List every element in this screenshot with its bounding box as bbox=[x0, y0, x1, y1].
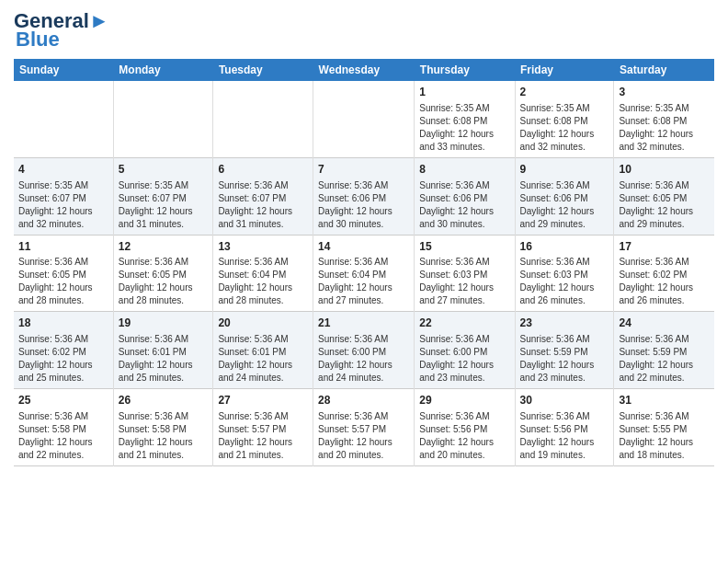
calendar-cell: 20Sunrise: 5:36 AM Sunset: 6:01 PM Dayli… bbox=[213, 312, 313, 389]
day-content: Sunrise: 5:36 AM Sunset: 5:56 PM Dayligh… bbox=[520, 410, 609, 462]
day-content: Sunrise: 5:36 AM Sunset: 5:59 PM Dayligh… bbox=[520, 333, 609, 385]
calendar-cell: 28Sunrise: 5:36 AM Sunset: 5:57 PM Dayli… bbox=[313, 389, 415, 466]
day-content: Sunrise: 5:35 AM Sunset: 6:08 PM Dayligh… bbox=[419, 102, 509, 154]
day-number: 29 bbox=[419, 393, 509, 408]
calendar-cell: 19Sunrise: 5:36 AM Sunset: 6:01 PM Dayli… bbox=[113, 312, 213, 389]
day-number: 12 bbox=[119, 239, 209, 255]
day-number: 16 bbox=[520, 239, 609, 255]
day-number: 1 bbox=[419, 85, 509, 100]
calendar-cell: 8Sunrise: 5:36 AM Sunset: 6:06 PM Daylig… bbox=[415, 157, 515, 235]
logo: General► Blue bbox=[14, 9, 109, 52]
days-header-row: SundayMondayTuesdayWednesdayThursdayFrid… bbox=[14, 59, 714, 81]
calendar-cell bbox=[14, 81, 113, 157]
calendar-cell: 14Sunrise: 5:36 AM Sunset: 6:04 PM Dayli… bbox=[313, 235, 415, 312]
calendar-cell: 9Sunrise: 5:36 AM Sunset: 6:06 PM Daylig… bbox=[515, 157, 614, 235]
day-content: Sunrise: 5:36 AM Sunset: 6:01 PM Dayligh… bbox=[218, 333, 308, 385]
week-row-1: 1Sunrise: 5:35 AM Sunset: 6:08 PM Daylig… bbox=[14, 81, 714, 157]
day-content: Sunrise: 5:35 AM Sunset: 6:07 PM Dayligh… bbox=[119, 179, 209, 231]
day-number: 26 bbox=[119, 393, 209, 408]
calendar-cell: 15Sunrise: 5:36 AM Sunset: 6:03 PM Dayli… bbox=[415, 235, 515, 312]
day-number: 18 bbox=[18, 316, 108, 331]
day-number: 5 bbox=[119, 162, 209, 178]
day-number: 25 bbox=[18, 393, 108, 408]
day-header-wednesday: Wednesday bbox=[313, 59, 415, 81]
day-header-saturday: Saturday bbox=[614, 59, 714, 81]
day-content: Sunrise: 5:36 AM Sunset: 6:02 PM Dayligh… bbox=[619, 256, 710, 307]
day-number: 11 bbox=[18, 239, 108, 255]
calendar-cell: 24Sunrise: 5:36 AM Sunset: 5:59 PM Dayli… bbox=[614, 312, 714, 389]
day-header-sunday: Sunday bbox=[14, 59, 113, 81]
day-content: Sunrise: 5:35 AM Sunset: 6:07 PM Dayligh… bbox=[18, 179, 108, 231]
day-number: 13 bbox=[218, 239, 308, 255]
calendar-cell bbox=[213, 81, 313, 157]
week-row-2: 4Sunrise: 5:35 AM Sunset: 6:07 PM Daylig… bbox=[14, 157, 714, 235]
calendar-cell: 31Sunrise: 5:36 AM Sunset: 5:55 PM Dayli… bbox=[614, 389, 714, 466]
week-row-5: 25Sunrise: 5:36 AM Sunset: 5:58 PM Dayli… bbox=[14, 389, 714, 466]
day-number: 2 bbox=[520, 85, 609, 100]
day-number: 15 bbox=[419, 239, 509, 255]
day-number: 8 bbox=[419, 162, 509, 178]
day-content: Sunrise: 5:36 AM Sunset: 6:05 PM Dayligh… bbox=[619, 179, 710, 231]
calendar-cell: 11Sunrise: 5:36 AM Sunset: 6:05 PM Dayli… bbox=[14, 235, 113, 312]
day-header-friday: Friday bbox=[515, 59, 614, 81]
day-content: Sunrise: 5:36 AM Sunset: 5:57 PM Dayligh… bbox=[318, 410, 409, 462]
calendar-cell: 12Sunrise: 5:36 AM Sunset: 6:05 PM Dayli… bbox=[113, 235, 213, 312]
day-content: Sunrise: 5:36 AM Sunset: 6:01 PM Dayligh… bbox=[119, 333, 209, 385]
calendar-cell: 23Sunrise: 5:36 AM Sunset: 5:59 PM Dayli… bbox=[515, 312, 614, 389]
day-content: Sunrise: 5:36 AM Sunset: 6:06 PM Dayligh… bbox=[318, 179, 409, 231]
calendar-cell: 7Sunrise: 5:36 AM Sunset: 6:06 PM Daylig… bbox=[313, 157, 415, 235]
calendar-cell: 5Sunrise: 5:35 AM Sunset: 6:07 PM Daylig… bbox=[113, 157, 213, 235]
day-number: 20 bbox=[218, 316, 308, 331]
calendar-cell: 3Sunrise: 5:35 AM Sunset: 6:08 PM Daylig… bbox=[614, 81, 714, 157]
day-number: 7 bbox=[318, 162, 409, 178]
day-content: Sunrise: 5:36 AM Sunset: 6:00 PM Dayligh… bbox=[419, 333, 509, 385]
day-content: Sunrise: 5:36 AM Sunset: 5:55 PM Dayligh… bbox=[619, 410, 710, 462]
day-number: 23 bbox=[520, 316, 609, 331]
day-number: 21 bbox=[318, 316, 409, 331]
day-header-thursday: Thursday bbox=[415, 59, 515, 81]
day-header-monday: Monday bbox=[113, 59, 213, 81]
day-content: Sunrise: 5:36 AM Sunset: 5:57 PM Dayligh… bbox=[218, 410, 308, 462]
calendar-cell: 26Sunrise: 5:36 AM Sunset: 5:58 PM Dayli… bbox=[113, 389, 213, 466]
day-content: Sunrise: 5:36 AM Sunset: 5:59 PM Dayligh… bbox=[619, 333, 710, 385]
day-content: Sunrise: 5:36 AM Sunset: 6:03 PM Dayligh… bbox=[419, 256, 509, 307]
calendar-cell bbox=[113, 81, 213, 157]
calendar-table: SundayMondayTuesdayWednesdayThursdayFrid… bbox=[14, 59, 714, 466]
calendar-cell: 30Sunrise: 5:36 AM Sunset: 5:56 PM Dayli… bbox=[515, 389, 614, 466]
day-content: Sunrise: 5:36 AM Sunset: 6:04 PM Dayligh… bbox=[318, 256, 409, 307]
day-number: 30 bbox=[520, 393, 609, 408]
day-number: 3 bbox=[619, 85, 710, 100]
calendar-cell: 16Sunrise: 5:36 AM Sunset: 6:03 PM Dayli… bbox=[515, 235, 614, 312]
day-number: 14 bbox=[318, 239, 409, 255]
logo-blue-text: Blue bbox=[16, 28, 60, 52]
day-number: 27 bbox=[218, 393, 308, 408]
day-content: Sunrise: 5:35 AM Sunset: 6:08 PM Dayligh… bbox=[619, 102, 710, 154]
day-content: Sunrise: 5:36 AM Sunset: 6:06 PM Dayligh… bbox=[520, 179, 609, 231]
week-row-3: 11Sunrise: 5:36 AM Sunset: 6:05 PM Dayli… bbox=[14, 235, 714, 312]
calendar-cell: 4Sunrise: 5:35 AM Sunset: 6:07 PM Daylig… bbox=[14, 157, 113, 235]
day-content: Sunrise: 5:36 AM Sunset: 6:03 PM Dayligh… bbox=[520, 256, 609, 307]
day-number: 22 bbox=[419, 316, 509, 331]
day-number: 28 bbox=[318, 393, 409, 408]
day-content: Sunrise: 5:36 AM Sunset: 6:06 PM Dayligh… bbox=[419, 179, 509, 231]
day-content: Sunrise: 5:36 AM Sunset: 6:07 PM Dayligh… bbox=[218, 179, 308, 231]
calendar-cell: 10Sunrise: 5:36 AM Sunset: 6:05 PM Dayli… bbox=[614, 157, 714, 235]
calendar-cell: 17Sunrise: 5:36 AM Sunset: 6:02 PM Dayli… bbox=[614, 235, 714, 312]
day-content: Sunrise: 5:36 AM Sunset: 5:58 PM Dayligh… bbox=[18, 410, 108, 462]
page-header: General► Blue bbox=[14, 9, 714, 52]
calendar-cell: 13Sunrise: 5:36 AM Sunset: 6:04 PM Dayli… bbox=[213, 235, 313, 312]
day-content: Sunrise: 5:36 AM Sunset: 6:05 PM Dayligh… bbox=[18, 256, 108, 307]
day-number: 31 bbox=[619, 393, 710, 408]
week-row-4: 18Sunrise: 5:36 AM Sunset: 6:02 PM Dayli… bbox=[14, 312, 714, 389]
day-content: Sunrise: 5:36 AM Sunset: 5:56 PM Dayligh… bbox=[419, 410, 509, 462]
day-content: Sunrise: 5:36 AM Sunset: 5:58 PM Dayligh… bbox=[119, 410, 209, 462]
day-number: 9 bbox=[520, 162, 609, 178]
calendar-cell: 27Sunrise: 5:36 AM Sunset: 5:57 PM Dayli… bbox=[213, 389, 313, 466]
day-number: 24 bbox=[619, 316, 710, 331]
calendar-cell: 25Sunrise: 5:36 AM Sunset: 5:58 PM Dayli… bbox=[14, 389, 113, 466]
day-number: 4 bbox=[18, 162, 108, 178]
day-content: Sunrise: 5:36 AM Sunset: 6:05 PM Dayligh… bbox=[119, 256, 209, 307]
calendar-cell: 6Sunrise: 5:36 AM Sunset: 6:07 PM Daylig… bbox=[213, 157, 313, 235]
calendar-cell: 18Sunrise: 5:36 AM Sunset: 6:02 PM Dayli… bbox=[14, 312, 113, 389]
calendar-cell: 29Sunrise: 5:36 AM Sunset: 5:56 PM Dayli… bbox=[415, 389, 515, 466]
